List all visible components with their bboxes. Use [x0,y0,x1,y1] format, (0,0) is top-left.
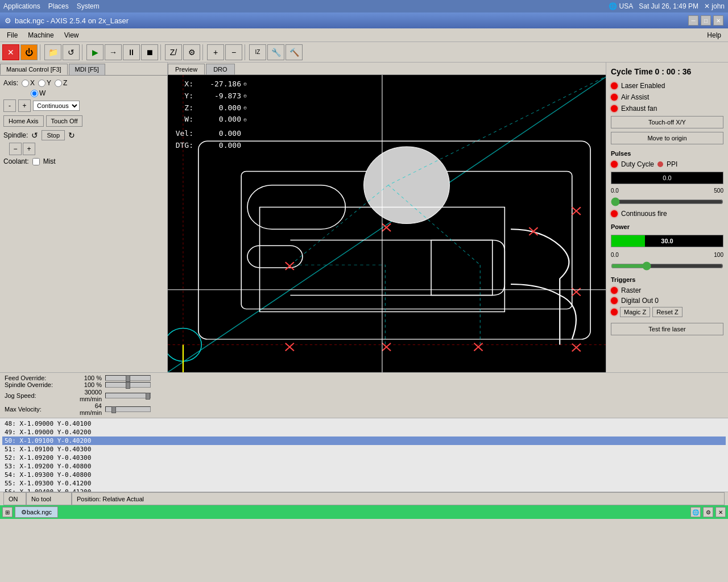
code-line[interactable]: 49: X-1.09000 Y-0.40200 [2,428,726,436]
spindle-stop-button[interactable]: Stop [42,130,65,140]
machine-menu[interactable]: Machine [23,30,58,40]
exhaust-fan-led[interactable] [611,105,618,112]
preview-tab[interactable]: Preview [168,64,205,74]
estop-button[interactable]: ✕ [2,44,19,60]
tool-status: No tool [26,492,72,505]
continuous-fire-led[interactable] [611,210,618,217]
feed-override-slider[interactable] [105,375,151,381]
coord-button[interactable]: IZ [249,44,266,60]
open-file-button[interactable]: 📁 [44,44,61,60]
system-menu[interactable]: System [77,2,100,10]
power-slider[interactable] [611,261,723,271]
places-menu[interactable]: Places [48,2,69,10]
taskbar-start-icon[interactable]: ⊞ [2,507,13,517]
touch-off-xy-button[interactable]: Touch-off X/Y [611,116,723,128]
reset-z-button[interactable]: Reset Z [652,307,682,317]
minimize-button[interactable]: ─ [688,15,698,26]
magic-z-button[interactable]: Magic Z [620,307,650,317]
digital-out-led[interactable] [611,297,618,304]
override-bar: Feed Override: 100 % Spindle Override: 1… [0,372,728,418]
maximize-button[interactable]: □ [701,15,711,26]
y-edit-icon[interactable]: ⊕ [243,92,247,101]
continuous-fire-label: Continuous fire [621,210,667,218]
step-button[interactable]: → [105,44,122,60]
spindle-dec-button[interactable]: − [9,143,22,155]
taskbar: ⊞ ⚙ back.ngc 🌐 ⚙ ✕ [0,505,728,519]
ppi-led[interactable] [657,161,663,167]
magic-z-led[interactable] [611,309,618,315]
stop-run-button[interactable]: ⏹ [141,44,158,60]
taskbar-window[interactable]: ⚙ back.ngc [15,506,58,518]
laser-enabled-led[interactable] [611,82,618,89]
svg-point-10 [364,147,450,224]
x-edit-icon[interactable]: ⊕ [243,80,247,89]
duty-cycle-led[interactable] [611,161,618,168]
touch-off-button[interactable]: Touch Off [46,115,83,127]
filter-button[interactable]: 🔧 [267,44,284,60]
axis-y-radio[interactable] [38,80,46,87]
canvas-area[interactable]: X: -27.186 ⊕ Y: -9.873 ⊕ Z: 0.000 ⊕ W: 0… [168,75,606,372]
user-label: ✕ john [704,2,725,10]
spindle-ccw-icon[interactable]: ↺ [31,131,38,140]
axis-z-label[interactable]: Z [55,79,67,87]
help-menu[interactable]: Help [702,30,726,40]
raster-led[interactable] [611,287,618,294]
spindle-cw-icon[interactable]: ↻ [68,131,75,140]
triggers-controls: Raster Digital Out 0 Magic Z Reset Z [611,286,723,317]
power-button[interactable]: ⏻ [20,44,38,60]
pause-button[interactable]: ⏸ [123,44,140,60]
file-menu[interactable]: File [2,30,22,40]
axis-w-label[interactable]: W [31,89,46,97]
manual-control-tab[interactable]: Manual Control [F3] [0,64,68,75]
jog-mode-select[interactable]: Continuous Step [33,101,80,111]
code-line[interactable]: 55: X-1.09300 Y-0.41200 [2,479,726,488]
axis-z-radio[interactable] [55,80,62,87]
mdi-tab[interactable]: MDI [F5] [69,64,105,75]
home-axis-button[interactable]: Home Axis [3,115,44,127]
axis-x-radio[interactable] [22,80,29,87]
close-button[interactable]: ✕ [713,15,723,26]
control-panel: Axis: X Y Z W [0,76,167,372]
run-button[interactable]: ▶ [86,44,104,60]
power-value: 30.0 [661,238,673,244]
code-line[interactable]: 48: X-1.09000 Y-0.40100 [2,419,726,428]
toggle-button[interactable]: Z/ [165,44,182,60]
move-to-origin-button[interactable]: Move to origin [611,132,723,144]
code-line[interactable]: 54: X-1.09300 Y-0.40800 [2,471,726,479]
axis-x-label[interactable]: X [22,79,35,87]
spindle-inc-button[interactable]: + [23,143,35,155]
axis-w-radio[interactable] [31,90,38,97]
taskbar-tray-icon-1[interactable]: 🌐 [690,507,701,517]
axis-y-label[interactable]: Y [38,79,51,87]
mist-checkbox[interactable] [32,158,40,165]
code-line[interactable]: 52: X-1.09200 Y-0.40300 [2,454,726,462]
dro-tab[interactable]: DRO [206,64,234,74]
air-assist-row: Air Assist [611,93,723,101]
code-line[interactable]: 51: X-1.09100 Y-0.40300 [2,445,726,454]
max-velocity-thumb [111,406,116,413]
max-velocity-slider[interactable] [105,406,151,412]
jog-speed-slider[interactable] [105,393,151,398]
minus-button[interactable]: − [225,44,242,60]
plus-button[interactable]: + [207,44,224,60]
test-fire-button[interactable]: Test fire laser [611,323,723,335]
right-panel: Cycle Time 0 : 00 : 36 Laser Enabled Air… [606,63,728,372]
jog-minus-button[interactable]: - [3,99,16,112]
view-menu[interactable]: View [60,30,84,40]
jog-plus-button[interactable]: + [18,99,31,112]
pulse-slider[interactable] [611,197,723,206]
taskbar-close-icon[interactable]: ✕ [715,507,726,517]
taskbar-tray-icon-2[interactable]: ⚙ [703,507,713,517]
z-edit-icon[interactable]: ⊕ [243,103,247,113]
applications-menu[interactable]: Applications [3,2,40,10]
settings-button[interactable]: ⚙ [183,44,200,60]
w-edit-icon[interactable]: ⊕ [243,115,247,124]
code-line[interactable]: 50: X-1.09100 Y-0.40200 [2,436,726,445]
spindle-override-slider[interactable] [105,382,151,388]
air-assist-led[interactable] [611,94,618,101]
code-listing[interactable]: 48: X-1.09000 Y-0.4010049: X-1.09000 Y-0… [0,418,728,492]
code-line[interactable]: 56: X-1.09400 Y-0.41200 [2,488,726,492]
reload-button[interactable]: ↺ [63,44,80,60]
tool-button[interactable]: 🔨 [286,44,303,60]
code-line[interactable]: 53: X-1.09200 Y-0.40800 [2,462,726,471]
